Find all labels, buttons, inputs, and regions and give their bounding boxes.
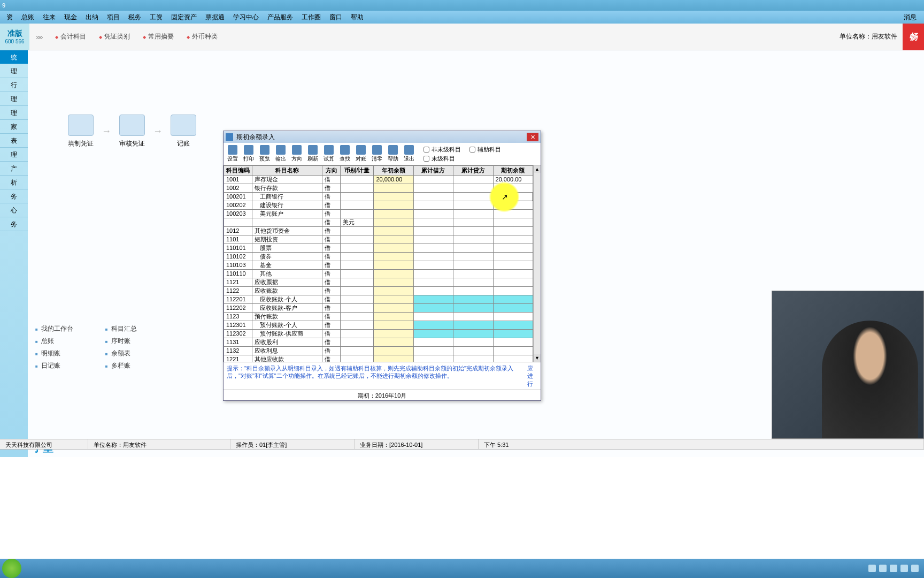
cell[interactable]: 借 — [322, 278, 340, 287]
cell[interactable]: 20,000.00 — [493, 176, 533, 184]
cell[interactable] — [413, 355, 453, 362]
cell[interactable] — [453, 270, 493, 278]
taskbar[interactable] — [0, 559, 924, 578]
table-row[interactable]: 112302预付账款-供应商借 — [224, 330, 533, 338]
toolbar-查找-button[interactable]: 查找 — [337, 144, 353, 164]
cell[interactable] — [374, 304, 413, 313]
cell[interactable] — [493, 295, 533, 304]
cell[interactable] — [493, 313, 533, 321]
cell[interactable] — [413, 193, 453, 201]
cell[interactable] — [493, 253, 533, 261]
cell[interactable]: 预付账款-个人 — [252, 321, 322, 330]
sidebar-item[interactable]: 理 — [0, 106, 28, 120]
cell[interactable] — [341, 253, 374, 261]
table-row[interactable]: 1221其他应收款借 — [224, 355, 533, 362]
menu-message[interactable]: 消息 — [899, 13, 922, 22]
cell[interactable]: 借 — [322, 355, 340, 362]
cell[interactable]: 预付账款 — [252, 313, 322, 321]
cell[interactable]: 1002 — [224, 184, 252, 193]
table-row[interactable]: 110110其他借 — [224, 270, 533, 278]
cell[interactable]: 112201 — [224, 295, 252, 304]
menu-item[interactable]: 总账 — [17, 13, 38, 22]
cell[interactable] — [493, 287, 533, 295]
quick-link[interactable]: 多栏账 — [105, 360, 137, 371]
cell[interactable] — [341, 313, 374, 321]
table-row[interactable]: 1101短期投资借 — [224, 235, 533, 244]
sidebar-item[interactable]: 务 — [0, 217, 28, 231]
toolbar-对账-button[interactable]: 对账 — [353, 144, 369, 164]
cell[interactable] — [413, 330, 453, 338]
cell[interactable] — [453, 201, 493, 210]
table-row[interactable]: 110102债券借 — [224, 253, 533, 261]
cell[interactable] — [413, 253, 453, 261]
sidebar-item[interactable]: 产 — [0, 162, 28, 176]
column-header[interactable]: 累计借方 — [413, 166, 453, 176]
table-row[interactable]: 112201应收账款-个人借 — [224, 295, 533, 304]
cell[interactable] — [374, 347, 413, 355]
menu-item[interactable]: 工作圈 — [297, 13, 325, 22]
table-row[interactable]: 借美元 — [224, 218, 533, 227]
cell[interactable]: 100202 — [224, 201, 252, 210]
cell[interactable]: 1132 — [224, 347, 252, 355]
cell[interactable]: 1121 — [224, 278, 252, 287]
cell[interactable] — [493, 330, 533, 338]
cell[interactable] — [374, 321, 413, 330]
menu-item[interactable]: 项目 — [103, 13, 124, 22]
toolbar-方向-button[interactable]: 方向 — [289, 144, 305, 164]
cell[interactable] — [493, 184, 533, 193]
scroll-up-button[interactable]: ▲ — [534, 165, 541, 173]
column-header[interactable]: 期初余额 — [493, 166, 533, 176]
cell[interactable]: 应收账款-个人 — [252, 295, 322, 304]
cell[interactable]: 112301 — [224, 321, 252, 330]
cell[interactable]: 借 — [322, 295, 340, 304]
cell[interactable]: 基金 — [252, 261, 322, 270]
table-row[interactable]: 1012其他货币资金借 — [224, 227, 533, 235]
vertical-scrollbar[interactable]: ▲ ▼ — [533, 165, 541, 362]
cell[interactable] — [453, 347, 493, 355]
menu-item[interactable]: 产品服务 — [263, 13, 297, 22]
balance-grid[interactable]: 科目编码科目名称方向币别/计量年初余额累计借方累计贷方期初余额1001库存现金借… — [224, 165, 533, 362]
toolbar-输出-button[interactable]: 输出 — [273, 144, 289, 164]
menu-item[interactable]: 现金 — [60, 13, 81, 22]
cell[interactable]: 1131 — [224, 338, 252, 347]
quick-link[interactable]: 余额表 — [105, 348, 137, 359]
menu-item[interactable]: 往来 — [38, 13, 60, 22]
cell[interactable] — [341, 321, 374, 330]
cell[interactable]: 建设银行 — [252, 201, 322, 210]
cell[interactable] — [453, 330, 493, 338]
cell[interactable]: 银行存款 — [252, 184, 322, 193]
cell[interactable] — [374, 295, 413, 304]
cell[interactable] — [493, 261, 533, 270]
cell[interactable] — [341, 235, 374, 244]
cell[interactable] — [493, 347, 533, 355]
cell[interactable]: 应收股利 — [252, 338, 322, 347]
cell[interactable] — [374, 270, 413, 278]
cell[interactable]: 110103 — [224, 261, 252, 270]
cell[interactable]: 短期投资 — [252, 235, 322, 244]
tab-link[interactable]: 外币种类 — [180, 32, 224, 41]
workflow-node[interactable]: 填制凭证 — [68, 115, 94, 148]
cell[interactable]: 借 — [322, 210, 340, 218]
column-header[interactable]: 科目名称 — [252, 166, 322, 176]
sidebar-item[interactable]: 理 — [0, 92, 28, 106]
sidebar-item[interactable]: 理 — [0, 148, 28, 162]
column-header[interactable]: 币别/计量 — [341, 166, 374, 176]
tray-icon[interactable] — [879, 565, 887, 572]
cell[interactable] — [341, 347, 374, 355]
toolbar-打印-button[interactable]: 打印 — [241, 144, 257, 164]
cell[interactable] — [453, 193, 493, 201]
cell[interactable] — [413, 235, 453, 244]
cell[interactable] — [341, 295, 374, 304]
table-row[interactable]: 112202应收账款-客户借 — [224, 304, 533, 313]
cell[interactable]: 112202 — [224, 304, 252, 313]
tab-link[interactable]: 会计科目 — [49, 32, 93, 41]
cell[interactable]: 其他货币资金 — [252, 227, 322, 235]
cell[interactable] — [453, 218, 493, 227]
cell[interactable]: 股票 — [252, 244, 322, 253]
cell[interactable] — [453, 227, 493, 235]
cell[interactable] — [341, 287, 374, 295]
cell[interactable] — [413, 304, 453, 313]
cell[interactable]: 110101 — [224, 244, 252, 253]
menu-item[interactable]: 出纳 — [81, 13, 103, 22]
cell[interactable] — [341, 270, 374, 278]
